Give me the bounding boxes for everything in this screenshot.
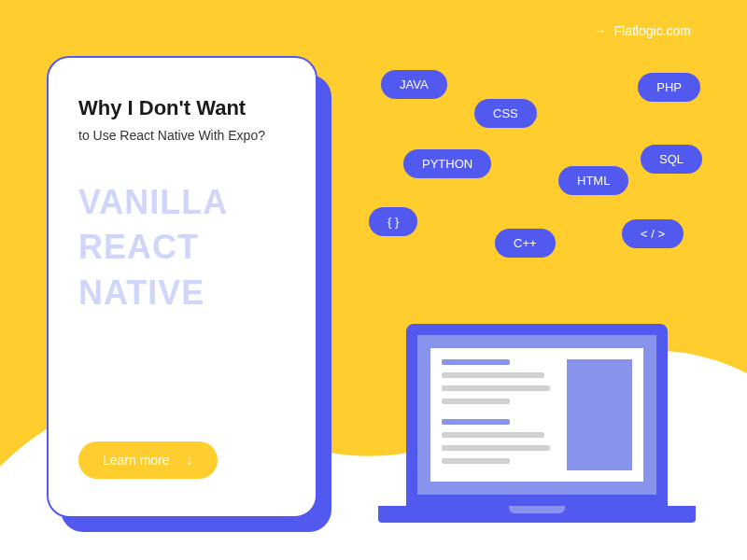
promo-card: Why I Don't Want to Use React Native Wit…: [47, 56, 317, 518]
learn-more-button[interactable]: Learn more ↓: [78, 441, 218, 479]
pill-braces: { }: [369, 207, 417, 236]
pill-css: CSS: [474, 99, 537, 128]
laptop-code-lines: [442, 359, 556, 470]
card-subtitle: to Use React Native With Expo?: [78, 128, 286, 143]
learn-more-label: Learn more: [103, 453, 170, 468]
vanilla-headline: VANILLA REACT NATIVE: [78, 180, 286, 316]
attribution-text: Flatlogic.com: [614, 23, 691, 38]
pill-sql: SQL: [641, 145, 702, 174]
vanilla-line-3: NATIVE: [78, 271, 286, 316]
pill-closetag: < / >: [622, 219, 684, 248]
arrow-down-icon: ↓: [187, 453, 193, 468]
attribution-link[interactable]: → Flatlogic.com: [594, 23, 691, 38]
vanilla-line-2: REACT: [78, 225, 286, 271]
pill-cpp: C++: [495, 229, 556, 258]
laptop-screen: [406, 324, 668, 506]
arrow-right-icon: →: [594, 23, 607, 38]
laptop-base: [378, 506, 696, 523]
laptop-illustration: [406, 324, 696, 523]
laptop-screen-content: [430, 348, 643, 482]
laptop-side-panel: [567, 359, 632, 470]
card-title: Why I Don't Want: [78, 95, 286, 122]
pill-html: HTML: [558, 166, 628, 195]
pill-java: JAVA: [381, 70, 447, 99]
pill-python: PYTHON: [403, 149, 491, 178]
vanilla-line-1: VANILLA: [78, 180, 286, 226]
pill-php: PHP: [638, 73, 700, 102]
